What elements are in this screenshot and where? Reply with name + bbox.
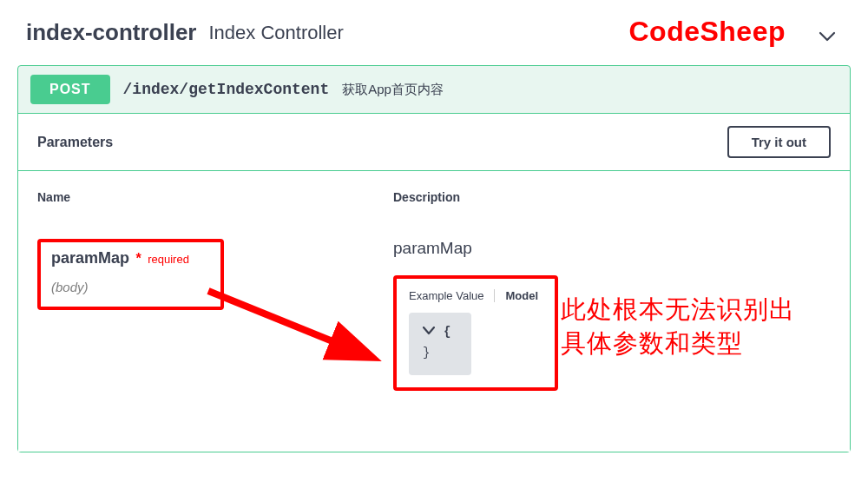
- watermark-label: CodeSheep: [628, 16, 786, 48]
- parameters-bar: Parameters Try it out: [18, 113, 850, 170]
- annotation-box-model: Example Value Model { }: [393, 275, 558, 391]
- annotation-line-2: 具体参数和类型: [561, 327, 795, 360]
- annotation-box-param: paramMap * required (body): [37, 239, 224, 310]
- model-tabs: Example Value Model: [409, 286, 542, 302]
- tab-model[interactable]: Model: [495, 289, 538, 302]
- operation-block: POST /index/getIndexContent 获取App首页内容 Pa…: [17, 65, 851, 452]
- code-brace-open: {: [444, 325, 450, 339]
- chevron-down-icon: [817, 26, 838, 47]
- annotation-text: 此处根本无法识别出 具体参数和类型: [561, 293, 795, 360]
- required-label: required: [148, 253, 189, 266]
- tab-example-value[interactable]: Example Value: [409, 289, 495, 302]
- collapse-toggle[interactable]: [817, 26, 838, 47]
- required-star: *: [135, 251, 141, 266]
- code-line-open: {: [423, 325, 457, 339]
- column-header-name: Name: [37, 190, 393, 204]
- column-header-description: Description: [393, 190, 831, 204]
- operation-summary: 获取App首页内容: [342, 82, 444, 98]
- code-brace-close: }: [423, 346, 457, 360]
- parameter-in: (body): [51, 280, 203, 294]
- parameter-name: paramMap: [51, 249, 129, 267]
- parameters-table-header: Name Description: [37, 190, 831, 215]
- parameter-description: paramMap: [393, 239, 831, 258]
- operation-header[interactable]: POST /index/getIndexContent 获取App首页内容: [18, 66, 850, 113]
- http-method-badge: POST: [30, 75, 110, 104]
- controller-description: Index Controller: [208, 22, 343, 44]
- controller-name: index-controller: [26, 19, 196, 46]
- parameter-name-cell: paramMap * required (body): [37, 239, 393, 391]
- chevron-down-icon[interactable]: [423, 325, 435, 339]
- parameters-body: Name Description paramMap * required (bo…: [18, 170, 850, 452]
- parameters-title: Parameters: [37, 135, 113, 150]
- annotation-line-1: 此处根本无法识别出: [561, 293, 795, 327]
- model-code-block[interactable]: { }: [409, 313, 471, 375]
- try-it-out-button[interactable]: Try it out: [727, 126, 831, 158]
- operation-path: /index/getIndexContent: [123, 81, 330, 98]
